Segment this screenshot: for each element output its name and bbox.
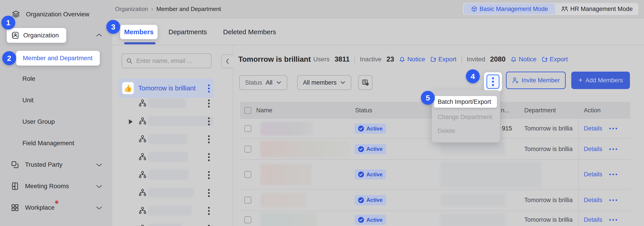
check-circle-icon xyxy=(358,217,364,223)
cell-name xyxy=(260,190,306,210)
tree-item-redacted[interactable] xyxy=(118,166,214,184)
tree-item-redacted[interactable] xyxy=(118,130,214,148)
cell-name xyxy=(260,211,317,226)
chevron-down-icon[interactable] xyxy=(96,206,102,210)
row-checkbox[interactable] xyxy=(244,160,251,189)
tab-deleted-members[interactable]: Deleted Members xyxy=(223,25,276,39)
inactive-notice-link[interactable]: Notice xyxy=(399,56,425,63)
tab-members[interactable]: Members xyxy=(120,25,158,39)
expand-caret-icon[interactable] xyxy=(129,119,133,124)
collapse-panel-handle[interactable] xyxy=(221,54,233,68)
details-link[interactable]: Details xyxy=(584,211,602,226)
column-header-action[interactable]: Action xyxy=(584,102,600,119)
sidebar-item-label: Field Management xyxy=(22,140,74,147)
sidebar-item-label: User Group xyxy=(22,118,55,125)
sidebar-item-member-and-department[interactable]: Member and Department xyxy=(16,51,100,66)
kebab-menu-icon[interactable] xyxy=(208,118,210,125)
status-filter-value: All xyxy=(266,79,272,86)
sidebar-item-user-group[interactable]: User Group xyxy=(22,114,55,129)
row-more-actions-icon[interactable] xyxy=(609,139,617,159)
tree-item-redacted[interactable] xyxy=(118,94,214,112)
invite-member-button[interactable]: Invite Member xyxy=(506,72,566,89)
cell-middle-blur xyxy=(440,211,505,226)
redacted-name-bar xyxy=(148,206,192,216)
sidebar-item-field-management[interactable]: Field Management xyxy=(22,136,74,151)
tab-departments[interactable]: Departments xyxy=(168,25,207,39)
member-scope-dropdown[interactable]: All members xyxy=(297,75,351,90)
sidebar-item-organization[interactable]: Organization xyxy=(7,28,66,43)
row-checkbox[interactable] xyxy=(244,190,251,210)
details-link[interactable]: Details xyxy=(584,160,602,189)
menu-item-delete[interactable]: Delete xyxy=(438,126,496,136)
menu-item-batch-import-export[interactable]: Batch Import/Export xyxy=(434,96,497,108)
tree-item-redacted[interactable] xyxy=(118,112,214,130)
step-badge-4: 4 xyxy=(466,69,480,83)
column-header-status[interactable]: Status xyxy=(355,102,372,119)
row-checkbox[interactable] xyxy=(244,139,251,159)
tree-item-redacted[interactable] xyxy=(118,202,214,220)
kebab-menu-icon[interactable] xyxy=(208,153,210,161)
redacted-name-bar xyxy=(148,188,194,198)
sidebar-item-workplace[interactable]: Workplace xyxy=(11,200,54,215)
more-actions-button[interactable] xyxy=(486,74,500,89)
table-row[interactable]: Active Tomorrow is brillia Details xyxy=(240,190,630,211)
row-checkbox[interactable] xyxy=(244,119,251,138)
status-badge-label: Active xyxy=(366,146,382,152)
sidebar-item-unit[interactable]: Unit xyxy=(22,93,34,108)
sidebar-item-role[interactable]: Role xyxy=(22,71,35,86)
kebab-menu-icon[interactable] xyxy=(208,136,210,143)
breadcrumb-parent[interactable]: Organization xyxy=(115,6,148,12)
kebab-menu-icon[interactable] xyxy=(208,171,210,179)
select-all-checkbox[interactable] xyxy=(244,102,251,119)
inactive-export-link[interactable]: Export xyxy=(430,56,456,63)
row-more-actions-icon[interactable] xyxy=(609,119,617,138)
kebab-menu-icon[interactable] xyxy=(208,207,210,215)
chevron-down-icon xyxy=(340,80,346,84)
chevron-down-icon[interactable] xyxy=(96,162,102,167)
sidebar-item-organization-overview[interactable]: Organization Overview xyxy=(12,7,89,22)
hr-management-mode-tab[interactable]: HR Management Mode xyxy=(557,4,637,14)
tree-item-redacted[interactable] xyxy=(118,184,214,202)
details-link[interactable]: Details xyxy=(584,190,602,210)
tree-item-redacted[interactable] xyxy=(118,220,214,226)
add-members-button[interactable]: + Add Members xyxy=(571,72,630,89)
kebab-menu-icon[interactable] xyxy=(208,189,210,197)
details-link[interactable]: Details xyxy=(584,139,602,159)
column-header-truncated[interactable]: n... xyxy=(501,102,510,119)
check-circle-icon xyxy=(358,172,364,178)
row-more-actions-icon[interactable] xyxy=(609,190,617,210)
search-input[interactable] xyxy=(136,57,204,65)
search-icon xyxy=(126,58,133,64)
chevron-down-icon[interactable] xyxy=(96,184,102,189)
users-label: Users xyxy=(313,56,330,63)
status-filter-dropdown[interactable]: Status All xyxy=(239,75,287,90)
table-row[interactable]: Active Tomorrow is brillia Details xyxy=(240,211,630,226)
contact-card-icon xyxy=(11,31,19,40)
invited-notice-link[interactable]: Notice xyxy=(510,56,536,63)
column-header-name[interactable]: Name xyxy=(256,102,272,119)
divider xyxy=(354,56,355,63)
sidebar-item-label: Trusted Party xyxy=(25,161,62,168)
details-link[interactable]: Details xyxy=(584,119,602,138)
column-settings-button[interactable] xyxy=(358,75,372,90)
row-more-actions-icon[interactable] xyxy=(609,160,617,189)
hr-mode-label: HR Management Mode xyxy=(570,6,632,12)
basic-management-mode-tab[interactable]: Basic Management Mode xyxy=(464,4,555,14)
chevron-up-icon[interactable] xyxy=(96,33,102,38)
table-row[interactable]: Active Details xyxy=(240,160,630,190)
kebab-menu-icon[interactable] xyxy=(208,100,210,108)
kebab-menu-icon[interactable] xyxy=(208,84,210,92)
row-checkbox[interactable] xyxy=(244,211,251,226)
column-header-department[interactable]: Department xyxy=(524,102,556,119)
sidebar-item-meeting-rooms[interactable]: Meeting Rooms xyxy=(11,178,69,194)
invited-export-link[interactable]: Export xyxy=(542,56,568,63)
redacted-name-bar xyxy=(148,116,213,126)
sidebar-item-trusted-party[interactable]: Trusted Party xyxy=(11,157,62,172)
kebab-menu-icon[interactable] xyxy=(208,225,210,226)
row-more-actions-icon[interactable] xyxy=(609,211,617,226)
active-tab-underline xyxy=(124,42,156,44)
stats-row: Users 3811 Inactive 23 Notice Export Inv… xyxy=(313,52,568,67)
tree-item-redacted[interactable] xyxy=(118,148,214,166)
menu-item-change-department[interactable]: Change Department xyxy=(438,112,496,122)
status-badge-label: Active xyxy=(366,197,382,203)
